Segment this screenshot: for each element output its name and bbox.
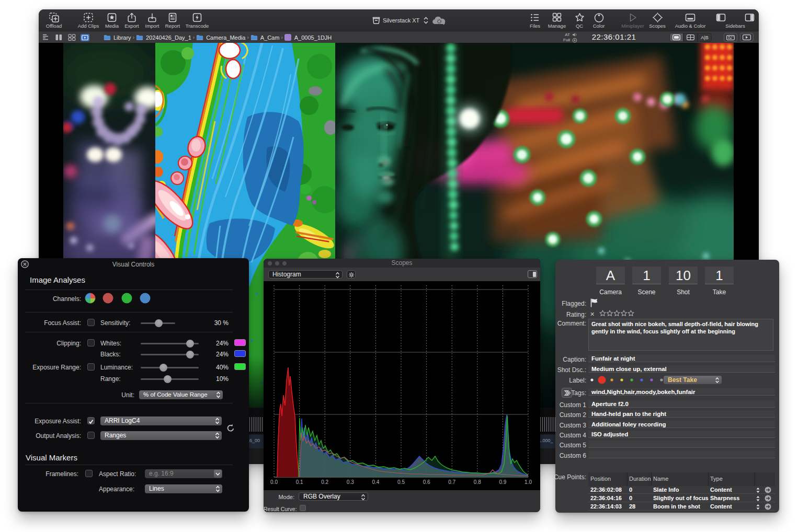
svg-text:0.9: 0.9 bbox=[499, 479, 506, 485]
svg-text:0.4: 0.4 bbox=[372, 479, 379, 485]
svg-text:1.0: 1.0 bbox=[525, 479, 532, 485]
svg-text:0.5: 0.5 bbox=[397, 479, 405, 485]
svg-text:0.3: 0.3 bbox=[347, 479, 354, 485]
svg-text:0.2: 0.2 bbox=[321, 479, 328, 485]
svg-text:0.8: 0.8 bbox=[474, 479, 481, 485]
svg-text:0.6: 0.6 bbox=[423, 479, 430, 485]
svg-text:0.7: 0.7 bbox=[448, 479, 455, 485]
svg-text:0.0: 0.0 bbox=[270, 479, 278, 485]
svg-text:0.1: 0.1 bbox=[296, 479, 303, 485]
